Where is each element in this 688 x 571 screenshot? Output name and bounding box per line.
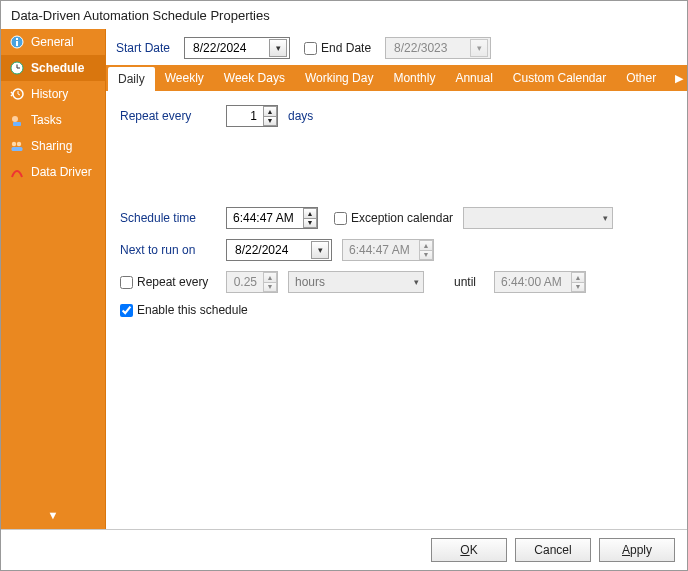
tab-daily[interactable]: Daily — [108, 67, 155, 91]
enable-checkbox[interactable] — [120, 304, 133, 317]
svg-rect-1 — [16, 41, 18, 46]
until-label: until — [454, 275, 476, 289]
tab-monthly[interactable]: Monthly — [383, 65, 445, 91]
spin-up-icon: ▲ — [264, 273, 276, 282]
tab-custom-calendar[interactable]: Custom Calendar — [503, 65, 616, 91]
data-driver-icon — [9, 164, 25, 180]
repeat-days-input[interactable] — [227, 107, 261, 125]
start-date-field[interactable]: ▾ — [184, 37, 290, 59]
repeat-days-spinner[interactable]: ▲▼ — [263, 106, 277, 126]
clock-icon — [9, 60, 25, 76]
end-date-dropdown-icon: ▾ — [470, 39, 488, 57]
next-run-date-dropdown-icon[interactable]: ▾ — [311, 241, 329, 259]
next-run-time-field: ▲▼ — [342, 239, 434, 261]
next-run-time-spinner: ▲▼ — [419, 240, 433, 260]
dialog-body: General Schedule History Tasks — [1, 29, 687, 529]
tab-working-day[interactable]: Working Day — [295, 65, 383, 91]
schedule-time-spinner[interactable]: ▲▼ — [303, 208, 317, 228]
start-date-dropdown-icon[interactable]: ▾ — [269, 39, 287, 57]
schedule-time-input[interactable] — [231, 209, 301, 227]
spin-up-icon[interactable]: ▲ — [264, 107, 276, 116]
repeat-days-field[interactable]: ▲▼ — [226, 105, 278, 127]
next-run-time-input — [347, 241, 417, 259]
spin-up-icon: ▲ — [572, 273, 584, 282]
spin-down-icon: ▼ — [420, 250, 432, 260]
spin-down-icon: ▼ — [572, 282, 584, 292]
sidebar: General Schedule History Tasks — [1, 29, 105, 529]
schedule-time-field[interactable]: ▲▼ — [226, 207, 318, 229]
spin-up-icon[interactable]: ▲ — [304, 209, 316, 218]
repeat-interval-checkbox[interactable] — [120, 276, 133, 289]
exception-checkbox[interactable] — [334, 212, 347, 225]
window-title: Data-Driven Automation Schedule Properti… — [11, 8, 270, 23]
end-date-label: End Date — [321, 41, 371, 55]
start-date-input[interactable] — [191, 39, 265, 57]
ok-button[interactable]: OK — [431, 538, 507, 562]
enable-checkbox-wrap[interactable]: Enable this schedule — [120, 303, 248, 317]
spin-down-icon[interactable]: ▼ — [264, 116, 276, 126]
repeat-unit-value: hours — [295, 275, 325, 289]
repeat-interval-row: Repeat every ▲▼ hours ▾ until ▲▼ — [120, 271, 673, 293]
svg-rect-13 — [12, 147, 23, 151]
exception-label: Exception calendar — [351, 211, 453, 225]
sidebar-item-label: Tasks — [31, 113, 62, 127]
tab-scroll-right-icon[interactable]: ▶ — [675, 65, 683, 91]
enable-label: Enable this schedule — [137, 303, 248, 317]
svg-point-12 — [17, 142, 21, 146]
end-date-checkbox-wrap[interactable]: End Date — [304, 41, 371, 55]
until-time-field: ▲▼ — [494, 271, 586, 293]
tab-week-days[interactable]: Week Days — [214, 65, 295, 91]
svg-point-11 — [12, 142, 16, 146]
repeat-unit-combo: hours ▾ — [288, 271, 424, 293]
svg-line-8 — [18, 94, 20, 95]
svg-point-9 — [12, 116, 18, 122]
sidebar-item-label: Sharing — [31, 139, 72, 153]
next-run-date-input[interactable] — [233, 241, 307, 259]
sidebar-item-label: Schedule — [31, 61, 84, 75]
repeat-days-unit: days — [288, 109, 313, 123]
tab-other[interactable]: Other — [616, 65, 666, 91]
sidebar-item-schedule[interactable]: Schedule — [1, 55, 105, 81]
repeat-interval-checkbox-wrap[interactable]: Repeat every — [120, 275, 216, 289]
spin-down-icon[interactable]: ▼ — [304, 218, 316, 228]
next-run-row: Next to run on ▾ ▲▼ — [120, 239, 673, 261]
repeat-days-row: Repeat every ▲▼ days — [120, 105, 673, 127]
until-time-input — [499, 273, 569, 291]
schedule-time-label: Schedule time — [120, 211, 216, 225]
tab-annual[interactable]: Annual — [445, 65, 502, 91]
apply-button[interactable]: Apply — [599, 538, 675, 562]
frequency-tabstrip: Daily Weekly Week Days Working Day Month… — [106, 65, 687, 91]
exception-checkbox-wrap[interactable]: Exception calendar — [334, 211, 453, 225]
spin-up-icon: ▲ — [420, 241, 432, 250]
sidebar-item-tasks[interactable]: Tasks — [1, 107, 105, 133]
chevron-down-icon: ▾ — [414, 277, 419, 287]
next-run-date-field[interactable]: ▾ — [226, 239, 332, 261]
repeat-interval-label: Repeat every — [137, 275, 208, 289]
cancel-button[interactable]: Cancel — [515, 538, 591, 562]
end-date-input — [392, 39, 466, 57]
end-date-checkbox[interactable] — [304, 42, 317, 55]
sidebar-item-general[interactable]: General — [1, 29, 105, 55]
tab-weekly[interactable]: Weekly — [155, 65, 214, 91]
sidebar-item-label: History — [31, 87, 68, 101]
tasks-icon — [9, 112, 25, 128]
repeat-interval-field: ▲▼ — [226, 271, 278, 293]
spin-down-icon: ▼ — [264, 282, 276, 292]
chevron-down-icon: ▾ — [603, 213, 608, 223]
svg-rect-2 — [16, 38, 18, 40]
sidebar-item-label: Data Driver — [31, 165, 92, 179]
sidebar-item-data-driver[interactable]: Data Driver — [1, 159, 105, 185]
sidebar-item-sharing[interactable]: Sharing — [1, 133, 105, 159]
dialog-window: Data-Driven Automation Schedule Properti… — [0, 0, 688, 571]
sidebar-expand-arrow[interactable]: ▼ — [1, 509, 105, 521]
end-date-field: ▾ — [385, 37, 491, 59]
schedule-time-row: Schedule time ▲▼ Exception calendar ▾ — [120, 207, 673, 229]
sidebar-item-history[interactable]: History — [1, 81, 105, 107]
enable-row: Enable this schedule — [120, 303, 673, 317]
until-time-spinner: ▲▼ — [571, 272, 585, 292]
history-icon — [9, 86, 25, 102]
repeat-interval-spinner: ▲▼ — [263, 272, 277, 292]
sidebar-item-label: General — [31, 35, 74, 49]
content-spacer — [120, 137, 673, 207]
sharing-icon — [9, 138, 25, 154]
